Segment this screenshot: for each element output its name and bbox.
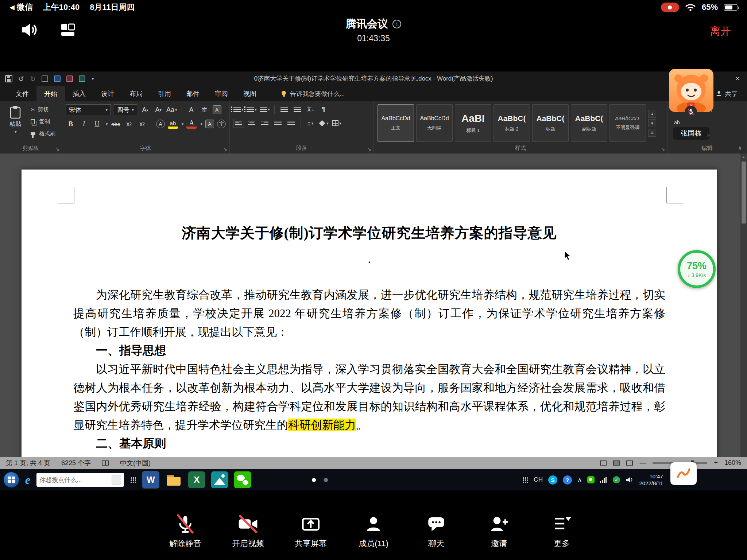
increase-indent-button[interactable] [292, 104, 302, 114]
font-name-select[interactable]: 宋体▾ [66, 104, 111, 115]
bold-button[interactable]: B [66, 119, 76, 129]
justify-button[interactable] [273, 118, 283, 128]
clipboard-dialog-launcher[interactable]: ↘ [55, 146, 59, 152]
align-center-button[interactable] [247, 118, 257, 128]
tab-references[interactable]: 引用 [150, 86, 179, 101]
enclose-characters-button[interactable]: A [156, 120, 165, 128]
vertical-scrollbar[interactable]: ▴ [740, 153, 747, 457]
touch-keyboard-icon[interactable] [522, 477, 528, 483]
invite-button[interactable]: 邀请 [468, 513, 530, 549]
taskbar-clock[interactable]: 10:47 2022/8/11 [639, 473, 663, 487]
zoom-out-button[interactable]: — [639, 459, 646, 467]
highlight-dropdown-icon[interactable]: ▾ [182, 122, 184, 127]
underline-button[interactable]: U [92, 119, 102, 129]
numbering-button[interactable]: ▾ [247, 104, 257, 114]
format-painter-button[interactable]: 格式刷 [31, 128, 55, 139]
borders-button[interactable]: ▾ [332, 118, 342, 128]
start-video-button[interactable]: 开启视频 [217, 513, 279, 549]
security-tray-icon[interactable]: ✓ [613, 476, 620, 483]
read-mode-icon[interactable] [600, 460, 607, 466]
style-heading-1[interactable]: AaBI标题 1 [455, 104, 491, 142]
language-indicator[interactable]: 中文(中国) [120, 459, 151, 467]
styles-gallery-more-button[interactable]: ≡ [648, 129, 656, 137]
input-language-indicator[interactable]: CH [534, 476, 543, 483]
pen-quick-icon[interactable] [54, 75, 61, 82]
phonetic-guide-button[interactable]: 拼 [200, 105, 210, 115]
subscript-button[interactable]: x2 [124, 119, 134, 129]
multilevel-list-button[interactable]: ▾ [260, 104, 270, 114]
taskbar-photos-icon[interactable] [211, 471, 228, 488]
style-no-spacing[interactable]: AaBbCcDd无间隔 [416, 104, 453, 142]
tab-insert[interactable]: 插入 [65, 86, 93, 101]
close-window-button[interactable]: × [735, 74, 740, 83]
unmute-button[interactable]: 解除静音 [154, 513, 217, 549]
layout-switch-icon[interactable] [61, 23, 75, 36]
taskbar-explorer-icon[interactable] [165, 471, 182, 488]
align-right-button[interactable] [260, 118, 270, 128]
decrease-indent-button[interactable] [279, 104, 289, 114]
show-marks-button[interactable]: ¶ [318, 104, 329, 114]
superscript-button[interactable]: x2 [137, 119, 147, 129]
styles-dialog-launcher[interactable]: ↘ [661, 146, 665, 152]
speaker-icon[interactable] [20, 23, 37, 37]
tab-mailings[interactable]: 邮件 [179, 86, 207, 101]
style-heading-2[interactable]: AaBbC(标题 2 [494, 104, 530, 142]
character-shading-button[interactable]: A [205, 120, 214, 128]
paragraph-dialog-launcher[interactable]: ↘ [367, 146, 371, 152]
line-spacing-button[interactable]: ↕▾ [305, 118, 316, 128]
page-indicator[interactable]: 第 1 页, 共 4 页 [6, 459, 50, 467]
proofing-status-icon[interactable] [102, 460, 109, 466]
tab-view[interactable]: 视图 [236, 86, 264, 101]
browser-icon[interactable]: e [25, 473, 30, 487]
tell-me-box[interactable]: 告诉我您要做什么... [281, 86, 345, 101]
start-button[interactable] [4, 472, 19, 487]
search-button[interactable] [112, 475, 121, 485]
save-icon[interactable] [5, 75, 12, 82]
taskbar-wechat-icon[interactable] [234, 471, 251, 488]
sort-button[interactable]: 文↓ [305, 104, 316, 114]
distribute-button[interactable] [286, 118, 296, 128]
font-color-button[interactable]: A [186, 119, 197, 129]
taskbar-search-box[interactable]: 你想搜点什么... [36, 473, 124, 487]
tray-expand-icon[interactable]: ∧ [577, 476, 582, 484]
redo-button[interactable]: ↻ [30, 75, 36, 83]
more-button[interactable]: 更多 [530, 513, 593, 549]
collapse-ribbon-button[interactable]: ∧ [738, 145, 742, 151]
shrink-font-button[interactable]: A▾ [153, 105, 163, 115]
quick-access-dropdown-icon[interactable]: ▾ [92, 77, 94, 81]
meeting-info-icon[interactable]: i [392, 20, 401, 28]
replace-button[interactable]: ab [674, 117, 743, 128]
back-to-wechat-button[interactable]: ◀ 微信 [9, 2, 33, 13]
tab-layout[interactable]: 布局 [122, 86, 150, 101]
chat-button[interactable]: 聊天 [405, 513, 468, 549]
styles-scroll-up-button[interactable]: ▴ [648, 110, 656, 118]
shading-button[interactable]: ▾ [318, 118, 329, 128]
tab-home[interactable]: 开始 [36, 86, 65, 101]
bullets-button[interactable]: ▾ [233, 104, 244, 114]
brush-quick-icon[interactable] [66, 75, 73, 82]
skype-tray-icon[interactable]: S [548, 475, 557, 485]
wechat-tray-icon[interactable] [587, 476, 595, 483]
style-subtle-emphasis[interactable]: AaBbCcD.不明显强调 [609, 104, 646, 142]
word-count[interactable]: 6225 个字 [61, 459, 91, 467]
share-screen-button[interactable]: 共享屏幕 [279, 513, 342, 549]
document-page[interactable]: 济南大学关于修(制)订学术学位研究生培养方案的指导意见 · 为深化研究生教育综合… [22, 170, 717, 457]
leave-meeting-button[interactable]: 离开 [710, 24, 731, 39]
taskbar-word-icon[interactable]: W [142, 471, 159, 488]
annotation-tool-button[interactable] [670, 462, 697, 485]
align-left-button[interactable] [233, 118, 244, 128]
clear-formatting-button[interactable]: A [186, 105, 197, 115]
style-title[interactable]: AaBbC(标题 [532, 104, 569, 142]
paste-button[interactable]: 粘贴 ▾ [4, 104, 27, 142]
volume-tray-icon[interactable] [626, 477, 634, 483]
circle-character-button[interactable]: 字 [217, 120, 226, 128]
underline-dropdown-icon[interactable]: ▾ [106, 122, 108, 127]
strikethrough-button[interactable]: abc [111, 119, 121, 129]
network-signal-icon[interactable] [600, 477, 607, 483]
font-dialog-launcher[interactable]: ↘ [223, 146, 227, 152]
scroll-up-arrow-icon[interactable]: ▴ [740, 153, 747, 160]
styles-scroll-down-button[interactable]: ▾ [648, 119, 656, 127]
scrollbar-thumb[interactable] [742, 162, 746, 223]
zoom-in-button[interactable]: + [714, 459, 718, 467]
font-color-dropdown-icon[interactable]: ▾ [200, 122, 202, 127]
